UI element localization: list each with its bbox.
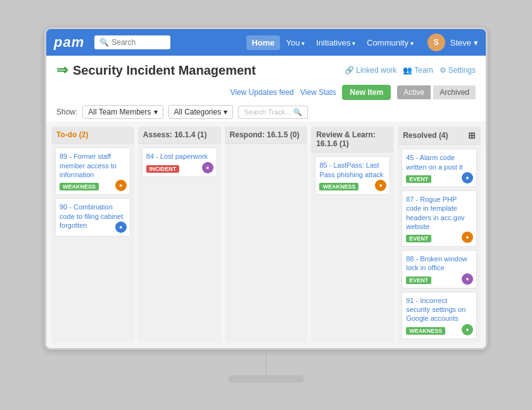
- page-title-area: ⇒ Security Incident Management: [56, 62, 256, 78]
- active-archived-toggle: Active Archived: [397, 85, 476, 99]
- search-icon: 🔍: [293, 108, 302, 116]
- linked-work-button[interactable]: 🔗 Linked work: [345, 66, 396, 75]
- kanban-col-header-todo: To-do (2): [51, 127, 134, 144]
- gear-icon: ⚙: [440, 66, 446, 75]
- page-icon: ⇒: [56, 62, 68, 78]
- monitor-stand: [265, 350, 267, 375]
- avatar: S: [428, 34, 445, 51]
- kanban-cards-assess: 84 - Lost paperworkINCIDENT●: [138, 144, 221, 180]
- monitor-wrapper: pam 🔍 Home You Initiatives Community S S…: [44, 27, 488, 382]
- monitor-screen: pam 🔍 Home You Initiatives Community S S…: [44, 27, 488, 349]
- chevron-down-icon: ▾: [224, 108, 227, 116]
- avatar: ●: [115, 180, 127, 191]
- search-input[interactable]: [111, 38, 168, 47]
- card-title: 45 - Alarm code written on a post it: [406, 153, 472, 171]
- categories-filter[interactable]: All Categories ▾: [168, 105, 234, 119]
- kanban-col-respond: Respond: 16.1.5 (0): [225, 127, 308, 342]
- kanban-col-assess: Assess: 16.1.4 (1)84 - Lost paperworkINC…: [138, 127, 221, 342]
- settings-button[interactable]: ⚙ Settings: [440, 66, 476, 75]
- show-label: Show:: [56, 108, 77, 116]
- nav-logo: pam: [54, 34, 84, 51]
- team-button[interactable]: 👥 Team: [403, 66, 433, 75]
- table-row[interactable]: 84 - Lost paperworkINCIDENT●: [142, 147, 217, 177]
- status-badge: WEAKNESS: [406, 327, 445, 335]
- kanban-cards-resolved: 45 - Alarm code written on a post itEVEN…: [398, 145, 481, 342]
- filters-bar: Show: All Team Members ▾ All Categories …: [46, 102, 486, 121]
- link-icon: 🔗: [345, 66, 354, 75]
- table-row[interactable]: 88 - Broken window lock in officeEVENT●: [402, 250, 477, 289]
- archived-button[interactable]: Archived: [433, 85, 476, 99]
- avatar: ●: [115, 221, 127, 233]
- kanban-col-review: Review & Learn: 16.1.6 (1)85 - LastPass:…: [311, 127, 394, 342]
- kanban-cards-respond: [225, 144, 308, 151]
- kanban-cards-review: 85 - LastPass: Last Pass phishing attack…: [311, 152, 394, 199]
- view-stats-button[interactable]: View Stats: [300, 88, 336, 97]
- user-dropdown-icon: ▾: [474, 38, 478, 47]
- page-title: Security Incident Management: [73, 63, 256, 78]
- table-row[interactable]: 87 - Rogue PHP code in template headers …: [402, 190, 477, 247]
- kanban-col-todo: To-do (2)89 - Former staff member access…: [51, 127, 134, 342]
- team-icon: 👥: [403, 66, 412, 75]
- kanban-col-header-respond: Respond: 16.1.5 (0): [225, 127, 308, 144]
- status-badge: INCIDENT: [146, 165, 180, 173]
- table-row[interactable]: 91 - Incorrect security settings on Goog…: [402, 292, 477, 339]
- kanban-board: To-do (2)89 - Former staff member access…: [46, 121, 486, 347]
- chevron-down-icon: ▾: [154, 108, 158, 116]
- avatar: ●: [462, 273, 473, 285]
- status-badge: WEAKNESS: [319, 183, 358, 190]
- kanban-col-resolved: Resolved (4)⊞45 - Alarm code written on …: [398, 127, 481, 342]
- card-title: 91 - Incorrect security settings on Goog…: [406, 296, 472, 323]
- nav-links: Home You Initiatives Community: [246, 35, 418, 50]
- avatar: ●: [462, 232, 473, 243]
- active-button[interactable]: Active: [397, 85, 431, 99]
- kanban-col-header-review: Review & Learn: 16.1.6 (1): [311, 127, 394, 152]
- card-title: 89 - Former staff member access to infor…: [60, 152, 126, 179]
- nav-link-initiatives[interactable]: Initiatives: [311, 35, 360, 50]
- table-row[interactable]: 85 - LastPass: Last Pass phishing attack…: [315, 156, 390, 195]
- new-item-button[interactable]: New Item: [342, 85, 391, 100]
- kanban-cards-todo: 89 - Former staff member access to infor…: [51, 144, 134, 240]
- table-row[interactable]: 45 - Alarm code written on a post itEVEN…: [402, 149, 477, 187]
- monitor-base: [228, 375, 304, 383]
- card-title: 85 - LastPass: Last Pass phishing attack: [319, 161, 386, 179]
- nav-search-box[interactable]: 🔍: [94, 35, 170, 49]
- page-top-actions: 🔗 Linked work 👥 Team ⚙ Settings: [345, 66, 476, 75]
- avatar: ●: [375, 180, 386, 191]
- search-track-input[interactable]: Search Track...: [244, 108, 291, 116]
- status-badge: EVENT: [406, 175, 431, 183]
- view-updates-button[interactable]: View Updates feed: [230, 88, 294, 97]
- avatar: ●: [462, 324, 473, 335]
- card-title: 84 - Lost paperwork: [146, 152, 213, 161]
- nav-link-home[interactable]: Home: [246, 35, 279, 50]
- track-search[interactable]: Search Track... 🔍: [238, 106, 308, 119]
- toolbar: View Updates feed View Stats New Item Ac…: [46, 82, 486, 102]
- search-icon: 🔍: [99, 38, 109, 47]
- kanban-col-header-resolved: Resolved (4)⊞: [398, 127, 481, 145]
- table-row[interactable]: 89 - Former staff member access to infor…: [55, 147, 130, 195]
- status-badge: WEAKNESS: [60, 183, 99, 190]
- add-resolved-icon[interactable]: ⊞: [468, 130, 476, 140]
- avatar: ●: [202, 162, 213, 173]
- nav-user-label[interactable]: Steve ▾: [450, 38, 478, 47]
- page-header: ⇒ Security Incident Management 🔗 Linked …: [46, 56, 486, 82]
- nav-link-you[interactable]: You: [281, 35, 310, 50]
- nav-link-community[interactable]: Community: [362, 35, 419, 50]
- kanban-col-header-assess: Assess: 16.1.4 (1): [138, 127, 221, 144]
- status-badge: EVENT: [406, 276, 431, 284]
- table-row[interactable]: 90 - Combination code to filing cabinet …: [55, 198, 130, 237]
- avatar: ●: [462, 172, 473, 183]
- team-members-filter[interactable]: All Team Members ▾: [82, 105, 163, 119]
- card-title: 87 - Rogue PHP code in template headers …: [406, 195, 472, 231]
- navbar: pam 🔍 Home You Initiatives Community S S…: [46, 29, 486, 56]
- status-badge: EVENT: [406, 235, 431, 242]
- card-title: 88 - Broken window lock in office: [406, 254, 472, 273]
